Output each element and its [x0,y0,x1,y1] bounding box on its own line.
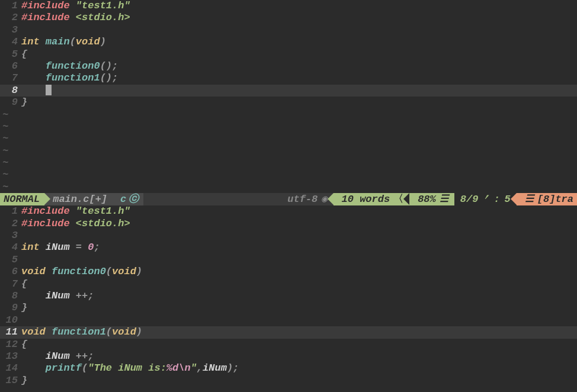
code-line[interactable]: 11void function1(void) [0,326,577,338]
code-content[interactable] [21,230,577,242]
code-line[interactable]: 2#include <stdio.h> [0,12,577,24]
encoding-icon: ◉ [321,194,327,205]
code-content[interactable] [21,24,577,36]
code-token [21,351,46,362]
code-line[interactable]: 1#include "test1.h" [0,205,577,217]
code-line[interactable]: 15} [0,375,577,387]
code-line[interactable]: 9} [0,97,577,108]
line-number: 7 [0,72,21,84]
code-token: iNum [46,290,70,301]
code-line[interactable]: 4int main(void) [0,36,577,48]
code-line[interactable]: 12{ [0,339,577,351]
code-line[interactable]: 10 [0,314,577,326]
code-token: int [21,242,40,253]
code-line[interactable]: 3 [0,24,577,36]
code-token: function1 [46,72,100,83]
line-number: 1 [0,0,21,12]
code-content[interactable] [21,314,577,326]
line-number: 12 [0,339,21,351]
code-content[interactable]: function0(); [21,60,577,72]
code-content[interactable]: function1(); [21,72,577,84]
code-token: ( [70,36,76,47]
code-token: #include [21,0,70,11]
code-line[interactable]: 6void function0(void) [0,266,577,278]
code-content[interactable]: { [21,278,577,290]
code-token [21,60,46,72]
vim-mode-indicator: NORMAL [0,193,44,205]
code-content[interactable]: void function1(void) [21,326,577,338]
status-line: NORMAL main.c[+] c ⓒ utf-8 ◉ 10 words 〈 … [0,193,577,205]
code-content[interactable]: { [21,339,577,351]
code-content[interactable]: } [21,375,577,387]
code-content[interactable]: iNum ++; [21,290,577,302]
editor-pane-bottom[interactable]: 1#include "test1.h"2#include <stdio.h>34… [0,205,577,387]
code-content[interactable]: { [21,49,577,60]
code-content[interactable] [21,85,577,97]
code-token: iNum [46,242,70,253]
code-token: main [46,36,70,47]
code-line[interactable]: 14 printf("The iNum is:%d\n",iNum); [0,362,577,374]
code-line[interactable]: 4int iNum = 0; [0,242,577,253]
code-token [82,242,88,253]
line-number: 8 [0,290,21,302]
code-token: { [21,49,27,60]
code-token: = [76,242,82,253]
code-token: } [21,375,27,386]
code-content[interactable]: #include "test1.h" [21,205,577,217]
code-content[interactable]: } [21,97,577,108]
code-token: ( [106,326,112,338]
editor-pane-top[interactable]: 1#include "test1.h"2#include <stdio.h>34… [0,0,577,193]
code-token [21,85,46,96]
trailing-icon: ☰ [525,194,534,205]
code-token: void [112,266,136,277]
code-token: #include [21,12,70,23]
word-count-segment: 10 words 〈 [334,193,410,205]
code-token: iNum [203,362,227,374]
code-line[interactable]: 5{ [0,49,577,60]
code-content[interactable]: #include "test1.h" [21,0,577,12]
code-token: ) [100,36,106,47]
lines-icon: ☰ [440,194,448,205]
line-number: 5 [0,49,21,60]
code-line[interactable]: 8 [0,85,577,97]
code-token [70,290,76,301]
code-content[interactable] [21,254,577,266]
code-content[interactable]: iNum ++; [21,351,577,362]
code-line[interactable]: 8 iNum ++; [0,290,577,302]
code-token [46,326,52,338]
code-content[interactable]: int main(void) [21,36,577,48]
code-content[interactable]: void function0(void) [21,266,577,278]
code-token: <stdio.h> [76,218,130,229]
code-line[interactable]: 5 [0,254,577,266]
line-number: 9 [0,302,21,314]
code-token [70,205,76,217]
code-token: (); [100,72,118,83]
code-line[interactable]: 2#include <stdio.h> [0,218,577,230]
code-token: void [21,326,46,338]
code-token: ( [82,362,88,374]
empty-line-tilde: ~ [0,181,577,193]
code-line[interactable]: 6 function0(); [0,60,577,72]
percent-segment: 88% ☰ [409,193,454,205]
code-line[interactable]: 13 iNum ++; [0,351,577,362]
code-token [70,242,76,253]
code-token: <stdio.h> [76,12,130,23]
position-icon: ⎖ [483,194,489,205]
code-token: 0 [88,242,94,253]
code-token: #include [21,218,70,229]
line-number: 10 [0,314,21,326]
code-content[interactable]: #include <stdio.h> [21,12,577,24]
code-line[interactable]: 9} [0,302,577,314]
code-content[interactable]: printf("The iNum is:%d\n",iNum); [21,362,577,374]
empty-line-tilde: ~ [0,133,577,144]
code-line[interactable]: 1#include "test1.h" [0,0,577,12]
code-token [70,218,76,229]
code-line[interactable]: 3 [0,230,577,242]
code-line[interactable]: 7 function1(); [0,72,577,84]
line-number: 6 [0,60,21,72]
code-content[interactable]: #include <stdio.h> [21,218,577,230]
code-content[interactable]: int iNum = 0; [21,242,577,253]
empty-line-tilde: ~ [0,109,577,121]
code-content[interactable]: } [21,302,577,314]
code-line[interactable]: 7{ [0,278,577,290]
